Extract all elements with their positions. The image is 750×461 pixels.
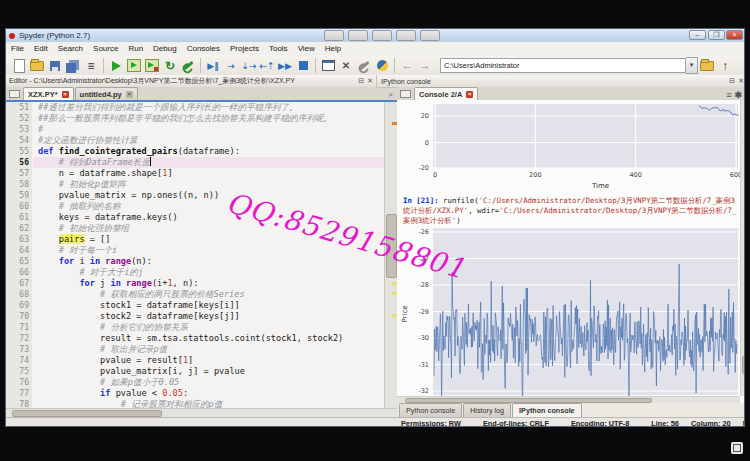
close-icon[interactable]: ✕ [367, 77, 373, 85]
line-number[interactable]: 59 [6, 190, 32, 201]
console-vertical-scrollbar[interactable] [740, 100, 745, 396]
close-icon[interactable]: ✕ [738, 77, 744, 85]
undock-icon[interactable]: ⊟ [358, 77, 364, 85]
line-number[interactable]: 60 [6, 201, 32, 212]
line-number[interactable]: 70 [6, 311, 32, 322]
dock-tab-history-log[interactable]: History log [463, 403, 511, 417]
line-number[interactable]: 58 [6, 179, 32, 190]
line-number[interactable]: 77 [6, 388, 32, 399]
step-over-icon[interactable]: ⇢ [223, 58, 239, 74]
line-number[interactable]: 66 [6, 267, 32, 278]
title-bar[interactable]: Spyder (Python 2.7) – ❐ × [6, 29, 745, 42]
menu-search[interactable]: Search [53, 43, 88, 55]
menu-help[interactable]: Help [320, 43, 346, 55]
line-number[interactable]: 54 [6, 135, 32, 146]
new-file-tab-icon[interactable] [8, 88, 21, 99]
debug-continue-icon[interactable]: ▶▶ [277, 58, 293, 74]
line-number[interactable]: 51 [6, 102, 32, 113]
run-config-icon[interactable] [180, 58, 196, 74]
line-number[interactable]: 72 [6, 333, 32, 344]
line-number[interactable]: 65 [6, 256, 32, 267]
menu-file[interactable]: File [6, 43, 29, 55]
debug-stop-icon[interactable] [295, 58, 311, 74]
maximize-pane-icon[interactable] [320, 58, 336, 74]
line-number[interactable]: 75 [6, 366, 32, 377]
open-file-icon[interactable] [29, 58, 45, 74]
editor-vertical-scrollbar[interactable] [384, 102, 398, 408]
editor-tab-xzx-py-[interactable]: XZX.PY*× [23, 87, 74, 100]
rerun-icon[interactable]: ↻ [162, 58, 178, 74]
recorder-overlay-button-3[interactable] [372, 30, 392, 41]
line-number[interactable]: 68 [6, 289, 32, 300]
save-all-icon[interactable] [65, 58, 81, 74]
line-number[interactable]: 56 [6, 157, 32, 168]
code-line-63: 63 pairs = [] [6, 234, 384, 245]
browse-directory-icon[interactable] [699, 58, 715, 74]
preferences-icon[interactable] [356, 58, 372, 74]
line-number[interactable]: 61 [6, 212, 32, 223]
menu-edit[interactable]: Edit [29, 43, 53, 55]
run-cell-icon[interactable] [126, 58, 142, 74]
editor-tab-untitled4-py[interactable]: untitled4.py× [75, 87, 138, 100]
line-number[interactable]: 71 [6, 322, 32, 333]
recorder-overlay-button-2[interactable] [348, 30, 368, 41]
dock-tab-ipython-console[interactable]: IPython console [512, 403, 582, 417]
console-horizontal-scrollbar[interactable] [397, 396, 740, 403]
working-directory-input[interactable] [440, 58, 686, 73]
gear-icon[interactable]: ✱ [734, 90, 742, 100]
back-icon[interactable]: ← [399, 58, 415, 74]
run-cell-advance-icon[interactable] [144, 58, 160, 74]
magnifier-icon[interactable]: ⌕ [389, 90, 393, 100]
save-icon[interactable] [47, 58, 63, 74]
chevron-down-icon[interactable]: ▾ [686, 57, 698, 74]
line-number[interactable]: 67 [6, 278, 32, 289]
menu-view[interactable]: View [293, 43, 320, 55]
close-button[interactable]: × [726, 30, 743, 40]
line-number[interactable]: 74 [6, 355, 32, 366]
menu-source[interactable]: Source [88, 43, 123, 55]
console-tab[interactable]: Console 2/A × [414, 87, 478, 100]
python-env-icon[interactable] [374, 58, 390, 74]
options-menu-icon[interactable]: ≡ [726, 90, 731, 100]
line-number[interactable]: 57 [6, 168, 32, 179]
debug-icon[interactable]: ▶‖ [205, 58, 221, 74]
menu-projects[interactable]: Projects [225, 43, 264, 55]
line-number[interactable]: 78 [6, 399, 32, 408]
maximize-button[interactable]: ❐ [708, 30, 725, 40]
line-number[interactable]: 52 [6, 113, 32, 124]
recorder-overlay-button-1[interactable] [324, 30, 344, 41]
run-icon[interactable] [108, 58, 124, 74]
minimize-button[interactable]: – [689, 30, 706, 40]
menu-run[interactable]: Run [123, 43, 148, 55]
new-file-icon[interactable] [11, 58, 27, 74]
ipython-console[interactable]: 200-200200400600Time In [21]: runfile('C… [397, 100, 745, 403]
outline-explorer-icon[interactable]: ≡ [83, 58, 99, 74]
close-icon[interactable]: × [466, 91, 473, 98]
parent-directory-icon[interactable]: ↑ [717, 58, 733, 74]
menu-tools[interactable]: Tools [264, 43, 293, 55]
svg-text:20: 20 [421, 112, 429, 120]
menu-consoles[interactable]: Consoles [182, 43, 225, 55]
player-overlay-icon[interactable] [731, 442, 743, 454]
new-console-tab-icon[interactable] [399, 88, 412, 99]
dock-tab-python-console[interactable]: Python console [399, 403, 462, 417]
menu-debug[interactable]: Debug [148, 43, 182, 55]
recorder-overlay-button-4[interactable] [396, 30, 416, 41]
forward-icon[interactable]: → [417, 58, 433, 74]
line-number[interactable]: 63 [6, 234, 32, 245]
recorder-overlay-button-5[interactable] [420, 30, 440, 41]
line-number[interactable]: 76 [6, 377, 32, 388]
close-icon[interactable]: × [126, 91, 133, 98]
undock-icon[interactable]: ⊟ [729, 77, 735, 85]
step-into-icon[interactable]: ⇣⇢ [241, 58, 257, 74]
code-editor[interactable]: 51##通过差分我们得到的就是一个跟输入序列长的一样的平稳序列了。52##那么一… [6, 102, 384, 408]
line-number[interactable]: 69 [6, 300, 32, 311]
line-number[interactable]: 55 [6, 146, 32, 157]
fullscreen-icon[interactable]: ✕ [338, 58, 354, 74]
step-return-icon[interactable]: ⇠⇡ [259, 58, 275, 74]
line-number[interactable]: 73 [6, 344, 32, 355]
line-number[interactable]: 64 [6, 245, 32, 256]
line-number[interactable]: 62 [6, 223, 32, 234]
close-icon[interactable]: × [62, 91, 69, 98]
line-number[interactable]: 53 [6, 124, 32, 135]
